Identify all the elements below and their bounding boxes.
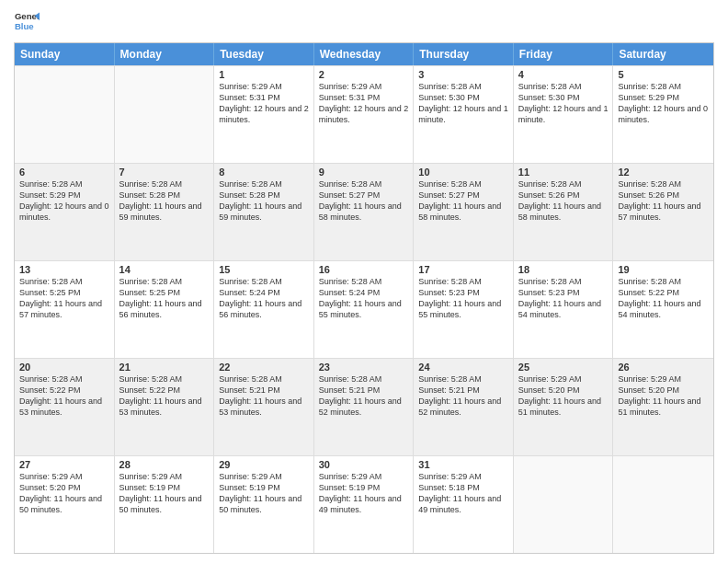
cal-cell-14: 14Sunrise: 5:28 AM Sunset: 5:25 PM Dayli… — [115, 261, 215, 358]
cell-info: Sunrise: 5:29 AM Sunset: 5:18 PM Dayligh… — [418, 471, 508, 516]
cell-info: Sunrise: 5:28 AM Sunset: 5:22 PM Dayligh… — [19, 373, 109, 419]
day-number: 6 — [19, 167, 109, 178]
cal-row-4: 27Sunrise: 5:29 AM Sunset: 5:20 PM Dayli… — [15, 455, 713, 553]
cal-cell-11: 11Sunrise: 5:28 AM Sunset: 5:26 PM Dayli… — [514, 164, 614, 260]
cal-cell-17: 17Sunrise: 5:28 AM Sunset: 5:23 PM Dayli… — [414, 261, 514, 358]
cell-info: Sunrise: 5:29 AM Sunset: 5:19 PM Dayligh… — [319, 471, 409, 516]
day-number: 26 — [618, 362, 709, 373]
cell-info: Sunrise: 5:28 AM Sunset: 5:26 PM Dayligh… — [618, 178, 709, 224]
cal-cell-13: 13Sunrise: 5:28 AM Sunset: 5:25 PM Dayli… — [15, 261, 115, 358]
cell-info: Sunrise: 5:29 AM Sunset: 5:31 PM Dayligh… — [219, 81, 309, 126]
day-number: 5 — [618, 69, 709, 80]
cell-info: Sunrise: 5:29 AM Sunset: 5:20 PM Dayligh… — [518, 373, 609, 419]
cal-cell-19: 19Sunrise: 5:28 AM Sunset: 5:22 PM Dayli… — [613, 261, 713, 358]
cal-row-0: 1Sunrise: 5:29 AM Sunset: 5:31 PM Daylig… — [15, 65, 713, 163]
cal-cell-30: 30Sunrise: 5:29 AM Sunset: 5:19 PM Dayli… — [314, 456, 415, 553]
cell-info: Sunrise: 5:29 AM Sunset: 5:20 PM Dayligh… — [19, 471, 109, 516]
day-number: 21 — [119, 362, 210, 373]
day-number: 27 — [19, 459, 109, 470]
day-number: 8 — [219, 167, 309, 178]
cell-info: Sunrise: 5:28 AM Sunset: 5:30 PM Dayligh… — [518, 81, 609, 126]
day-number: 15 — [219, 264, 309, 275]
cell-info: Sunrise: 5:28 AM Sunset: 5:25 PM Dayligh… — [119, 276, 210, 321]
cal-cell-20: 20Sunrise: 5:28 AM Sunset: 5:22 PM Dayli… — [15, 359, 115, 455]
cell-info: Sunrise: 5:28 AM Sunset: 5:27 PM Dayligh… — [418, 178, 508, 224]
cal-cell-18: 18Sunrise: 5:28 AM Sunset: 5:23 PM Dayli… — [514, 261, 614, 358]
cal-cell-4: 4Sunrise: 5:28 AM Sunset: 5:30 PM Daylig… — [514, 66, 614, 163]
day-number: 22 — [219, 362, 309, 373]
day-number: 16 — [319, 264, 409, 275]
cal-cell-28: 28Sunrise: 5:29 AM Sunset: 5:19 PM Dayli… — [115, 456, 215, 553]
cal-cell-15: 15Sunrise: 5:28 AM Sunset: 5:24 PM Dayli… — [214, 261, 314, 358]
cal-cell-27: 27Sunrise: 5:29 AM Sunset: 5:20 PM Dayli… — [15, 456, 115, 553]
cal-row-2: 13Sunrise: 5:28 AM Sunset: 5:25 PM Dayli… — [15, 260, 713, 358]
calendar-body: 1Sunrise: 5:29 AM Sunset: 5:31 PM Daylig… — [15, 65, 713, 553]
day-number: 20 — [19, 362, 109, 373]
cell-info: Sunrise: 5:28 AM Sunset: 5:25 PM Dayligh… — [19, 276, 109, 321]
day-number: 25 — [518, 362, 609, 373]
cal-cell-16: 16Sunrise: 5:28 AM Sunset: 5:24 PM Dayli… — [314, 261, 415, 358]
cal-cell-5: 5Sunrise: 5:28 AM Sunset: 5:29 PM Daylig… — [613, 66, 713, 163]
day-number: 3 — [418, 69, 508, 80]
cell-info: Sunrise: 5:28 AM Sunset: 5:24 PM Dayligh… — [219, 276, 309, 321]
cal-cell-7: 7Sunrise: 5:28 AM Sunset: 5:28 PM Daylig… — [115, 164, 215, 260]
day-header-tuesday: Tuesday — [214, 43, 314, 65]
cal-cell-1: 1Sunrise: 5:29 AM Sunset: 5:31 PM Daylig… — [214, 66, 314, 163]
cal-cell-12: 12Sunrise: 5:28 AM Sunset: 5:26 PM Dayli… — [613, 164, 713, 260]
cell-info: Sunrise: 5:28 AM Sunset: 5:23 PM Dayligh… — [518, 276, 609, 321]
page: General Blue SundayMondayTuesdayWednesda… — [0, 0, 728, 563]
day-number: 2 — [319, 69, 409, 80]
day-number: 19 — [618, 264, 709, 275]
cell-info: Sunrise: 5:28 AM Sunset: 5:24 PM Dayligh… — [319, 276, 409, 321]
logo-icon: General Blue — [14, 9, 40, 35]
cell-info: Sunrise: 5:28 AM Sunset: 5:22 PM Dayligh… — [618, 276, 709, 321]
cell-info: Sunrise: 5:29 AM Sunset: 5:20 PM Dayligh… — [618, 373, 709, 419]
svg-text:Blue: Blue — [15, 21, 34, 31]
cal-cell-empty — [15, 66, 115, 163]
cal-cell-6: 6Sunrise: 5:28 AM Sunset: 5:29 PM Daylig… — [15, 164, 115, 260]
cell-info: Sunrise: 5:28 AM Sunset: 5:27 PM Dayligh… — [319, 178, 409, 224]
cal-cell-24: 24Sunrise: 5:28 AM Sunset: 5:21 PM Dayli… — [414, 359, 514, 455]
day-number: 24 — [418, 362, 508, 373]
cell-info: Sunrise: 5:28 AM Sunset: 5:28 PM Dayligh… — [119, 178, 210, 224]
day-header-saturday: Saturday — [613, 43, 713, 65]
cell-info: Sunrise: 5:28 AM Sunset: 5:21 PM Dayligh… — [219, 373, 309, 419]
cal-row-1: 6Sunrise: 5:28 AM Sunset: 5:29 PM Daylig… — [15, 163, 713, 260]
day-number: 12 — [618, 167, 709, 178]
day-number: 28 — [119, 459, 210, 470]
cal-cell-10: 10Sunrise: 5:28 AM Sunset: 5:27 PM Dayli… — [414, 164, 514, 260]
logo: General Blue — [14, 9, 40, 35]
day-number: 1 — [219, 69, 309, 80]
day-number: 7 — [119, 167, 210, 178]
cal-cell-2: 2Sunrise: 5:29 AM Sunset: 5:31 PM Daylig… — [314, 66, 415, 163]
day-number: 14 — [119, 264, 210, 275]
day-number: 17 — [418, 264, 508, 275]
cal-cell-empty — [514, 456, 614, 553]
day-number: 13 — [19, 264, 109, 275]
cell-info: Sunrise: 5:28 AM Sunset: 5:28 PM Dayligh… — [219, 178, 309, 224]
day-number: 10 — [418, 167, 508, 178]
day-header-friday: Friday — [514, 43, 614, 65]
cell-info: Sunrise: 5:29 AM Sunset: 5:19 PM Dayligh… — [119, 471, 210, 516]
cell-info: Sunrise: 5:28 AM Sunset: 5:21 PM Dayligh… — [418, 373, 508, 419]
cell-info: Sunrise: 5:28 AM Sunset: 5:29 PM Dayligh… — [618, 81, 709, 126]
day-header-sunday: Sunday — [15, 43, 115, 65]
cal-cell-23: 23Sunrise: 5:28 AM Sunset: 5:21 PM Dayli… — [314, 359, 415, 455]
day-number: 23 — [319, 362, 409, 373]
cell-info: Sunrise: 5:29 AM Sunset: 5:19 PM Dayligh… — [219, 471, 309, 516]
cal-cell-29: 29Sunrise: 5:29 AM Sunset: 5:19 PM Dayli… — [214, 456, 314, 553]
cal-row-3: 20Sunrise: 5:28 AM Sunset: 5:22 PM Dayli… — [15, 358, 713, 455]
cell-info: Sunrise: 5:28 AM Sunset: 5:29 PM Dayligh… — [19, 178, 109, 224]
cal-cell-9: 9Sunrise: 5:28 AM Sunset: 5:27 PM Daylig… — [314, 164, 415, 260]
cell-info: Sunrise: 5:28 AM Sunset: 5:21 PM Dayligh… — [319, 373, 409, 419]
day-header-monday: Monday — [115, 43, 215, 65]
day-number: 29 — [219, 459, 309, 470]
cell-info: Sunrise: 5:28 AM Sunset: 5:23 PM Dayligh… — [418, 276, 508, 321]
cal-cell-31: 31Sunrise: 5:29 AM Sunset: 5:18 PM Dayli… — [414, 456, 514, 553]
cell-info: Sunrise: 5:29 AM Sunset: 5:31 PM Dayligh… — [319, 81, 409, 126]
cal-cell-empty — [613, 456, 713, 553]
cell-info: Sunrise: 5:28 AM Sunset: 5:26 PM Dayligh… — [518, 178, 609, 224]
day-number: 4 — [518, 69, 609, 80]
header: General Blue — [14, 9, 714, 35]
day-number: 18 — [518, 264, 609, 275]
